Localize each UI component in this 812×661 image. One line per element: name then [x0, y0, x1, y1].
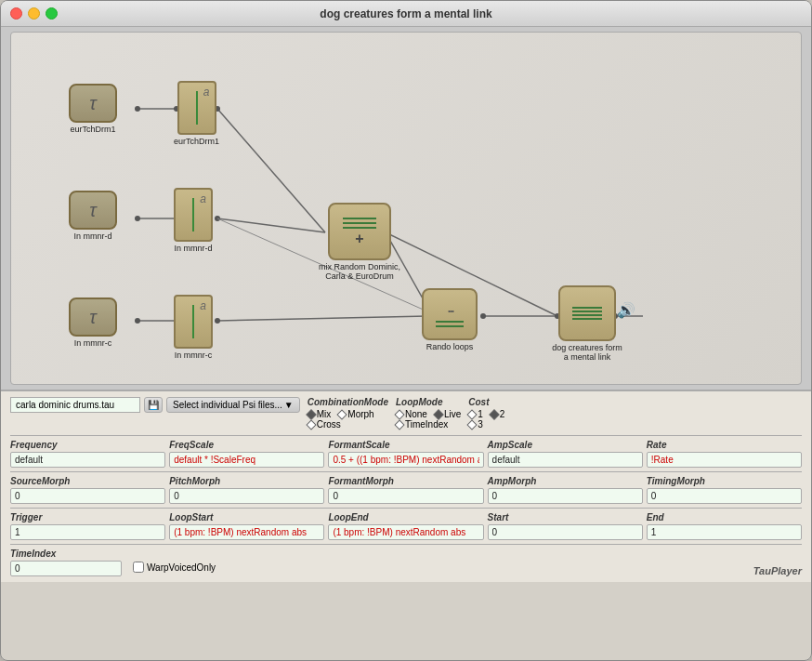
- timeindex-input[interactable]: [10, 561, 122, 576]
- node-dog-creatures[interactable]: dog creatures form a mental link: [550, 285, 624, 362]
- divider-3: [10, 508, 802, 509]
- node-mmnrc-buffer[interactable]: a In mmnr-c: [174, 295, 213, 360]
- tau-player-label: TauPlayer: [753, 565, 802, 576]
- freqscale-label: FreqScale: [169, 440, 324, 450]
- loopstart-input[interactable]: [169, 524, 324, 540]
- node-mix[interactable]: + mix Random Dominic, Carla & EuroDrum: [318, 203, 401, 281]
- loop-timeindex[interactable]: TimeIndex: [396, 419, 448, 430]
- node-mmnrd-buffer-label: In mmnr-d: [174, 244, 212, 253]
- minimize-button[interactable]: [28, 7, 40, 20]
- start-input[interactable]: [488, 524, 643, 540]
- cost1-label: 1: [478, 409, 483, 419]
- combination-mode-title: CombinationMode: [308, 397, 388, 407]
- node-mmnrd-source[interactable]: τ In mmnr-d: [69, 191, 117, 241]
- node-eurtchdrm1-buffer[interactable]: a eurTchDrm1: [174, 81, 219, 146]
- formantscale-input[interactable]: [328, 452, 483, 468]
- loop-none[interactable]: None: [396, 409, 427, 419]
- warp-voiced-only-checkbox[interactable]: [133, 562, 144, 573]
- svg-point-1: [135, 106, 140, 112]
- cost-2[interactable]: 2: [491, 409, 505, 419]
- cross-label: Cross: [317, 419, 341, 430]
- ampscale-input[interactable]: [488, 452, 643, 468]
- combo-morph[interactable]: Morph: [338, 409, 373, 419]
- file-icon-btn[interactable]: 💾: [144, 397, 163, 413]
- frequency-label: Frequency: [10, 440, 165, 450]
- ampmorph-label: AmpMorph: [488, 476, 643, 486]
- node-eurtchdrm1-source-label: eurTchDrm1: [70, 125, 115, 134]
- combo-cross[interactable]: Cross: [308, 419, 341, 430]
- trigger-input[interactable]: [10, 524, 165, 540]
- mix-diamond: [306, 409, 316, 419]
- ampscale-field: AmpScale: [488, 440, 643, 468]
- frequency-input[interactable]: [10, 452, 165, 468]
- timingmorph-field: TimingMorph: [647, 476, 802, 504]
- combo-mix[interactable]: Mix: [308, 409, 332, 419]
- node-mmnrc-source-label: In mmnr-c: [74, 338, 112, 348]
- speaker-icon: 🔊: [617, 301, 635, 319]
- cost3-label: 3: [478, 419, 483, 430]
- node-rando-loops-label: Rando loops: [426, 342, 474, 351]
- cross-diamond: [306, 419, 316, 430]
- svg-point-20: [480, 313, 486, 319]
- canvas-area: τ eurTchDrm1 a eurTchDrm1 τ In mmnr-d: [1, 27, 811, 390]
- sourcemorph-input[interactable]: [10, 488, 165, 504]
- canvas-inner: τ eurTchDrm1 a eurTchDrm1 τ In mmnr-d: [10, 32, 802, 385]
- end-input[interactable]: [647, 524, 802, 540]
- morph-diamond: [337, 409, 347, 419]
- tau-file-input[interactable]: carla dominic drums.tau: [10, 397, 140, 413]
- cost-3[interactable]: 3: [468, 419, 483, 430]
- timeindex-label: TimeIndex: [405, 419, 448, 430]
- sourcemorph-label: SourceMorph: [10, 476, 165, 486]
- traffic-lights: [10, 7, 58, 20]
- connections-svg: [11, 33, 801, 384]
- node-mmnrc-source[interactable]: τ In mmnr-c: [69, 297, 117, 348]
- node-eurtchdrm1-source[interactable]: τ eurTchDrm1: [69, 84, 117, 134]
- main-window: dog creatures form a mental link: [0, 0, 812, 661]
- end-field: End: [647, 512, 802, 540]
- loop-live[interactable]: Live: [435, 409, 461, 419]
- maximize-button[interactable]: [46, 7, 58, 20]
- svg-point-11: [135, 318, 140, 324]
- rate-label: Rate: [647, 440, 802, 450]
- node-eurtchdrm1-buffer-label: eurTchDrm1: [174, 137, 219, 146]
- frequency-field: Frequency: [10, 440, 165, 468]
- formantmorph-label: FormantMorph: [328, 476, 483, 486]
- close-button[interactable]: [10, 7, 22, 20]
- start-field: Start: [488, 512, 643, 540]
- freqscale-input[interactable]: [169, 452, 324, 468]
- row-3-fields: Trigger LoopStart LoopEnd Start End: [10, 512, 802, 540]
- ampscale-label: AmpScale: [488, 440, 643, 450]
- pitchmorph-label: PitchMorph: [169, 476, 324, 486]
- divider-2: [10, 471, 802, 472]
- svg-line-13: [217, 316, 427, 321]
- none-diamond: [394, 409, 404, 419]
- timeindex-label: TimeIndex: [10, 549, 122, 559]
- loopend-input[interactable]: [328, 524, 483, 540]
- freqscale-field: FreqScale: [169, 440, 324, 468]
- ampmorph-input[interactable]: [488, 488, 643, 504]
- cost-1[interactable]: 1: [468, 409, 483, 419]
- select-psi-files-btn[interactable]: Select individual Psi files... ▼: [166, 397, 300, 413]
- node-mmnrd-source-label: In mmnr-d: [73, 231, 111, 241]
- rate-input[interactable]: [647, 452, 802, 468]
- cost-section: Cost 1 2 3: [468, 397, 504, 430]
- window-title: dog creatures form a mental link: [320, 7, 491, 20]
- pitchmorph-input[interactable]: [169, 488, 324, 504]
- node-mmnrd-buffer[interactable]: a In mmnr-d: [174, 188, 213, 253]
- node-mmnrc-buffer-label: In mmnr-c: [175, 350, 213, 360]
- divider-1: [10, 435, 802, 436]
- cost2-diamond: [489, 409, 499, 419]
- warp-voiced-only-label: WarpVoicedOnly: [147, 562, 216, 573]
- end-label: End: [647, 512, 802, 522]
- loop-mode-section: LoopMode None Live TimeIndex: [396, 397, 461, 430]
- trigger-label: Trigger: [10, 512, 165, 522]
- sourcemorph-field: SourceMorph: [10, 476, 165, 504]
- combination-mode-section: CombinationMode Mix Morph Cross: [308, 397, 388, 430]
- formantmorph-input[interactable]: [328, 488, 483, 504]
- node-rando-loops[interactable]: ··· Rando loops: [422, 288, 478, 351]
- svg-line-3: [217, 109, 325, 232]
- timingmorph-input[interactable]: [647, 488, 802, 504]
- loop-mode-title: LoopMode: [396, 397, 461, 407]
- loopstart-field: LoopStart: [169, 512, 324, 540]
- node-mix-label: mix Random Dominic, Carla & EuroDrum: [318, 262, 401, 281]
